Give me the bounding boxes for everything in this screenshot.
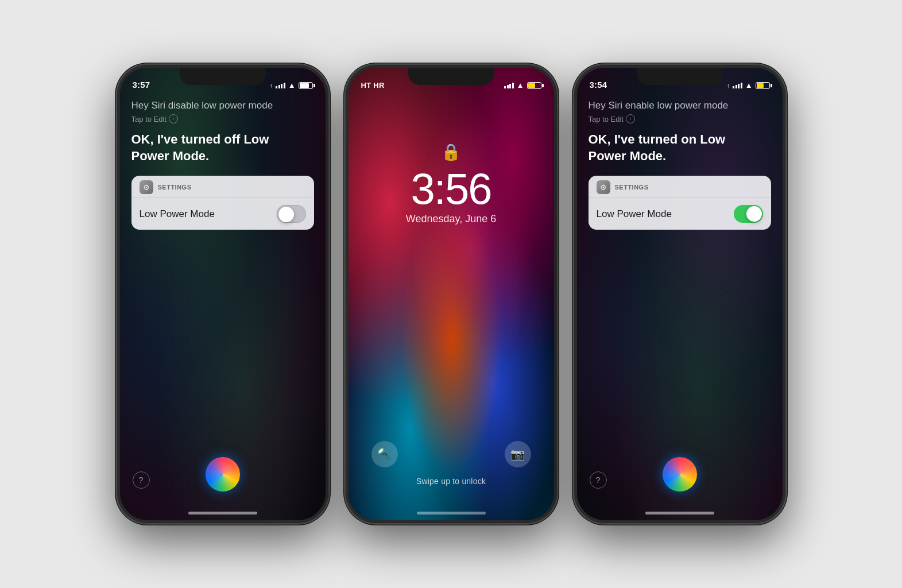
wifi-icon-left: ▲: [288, 81, 296, 90]
settings-gear-icon-right: ⚙: [597, 180, 610, 194]
settings-row-right: Low Power Mode: [589, 198, 771, 230]
notch-right: [637, 68, 723, 85]
home-indicator-right: [645, 512, 714, 514]
iphone-right: 3:54 ↑ ▲: [574, 64, 786, 524]
tap-to-edit-arrow-right: ›: [626, 114, 635, 123]
status-icons-center: ▲: [504, 81, 541, 90]
siri-orb-container-left: [206, 457, 240, 492]
low-power-toggle-left[interactable]: [277, 205, 306, 223]
signal-bars-right: [733, 83, 742, 88]
settings-label-left: SETTINGS: [158, 184, 192, 191]
location-arrow-icon: ↑: [270, 82, 273, 89]
settings-card-left: ⚙ SETTINGS Low Power Mode: [131, 176, 314, 230]
siri-orb-container-right: [663, 457, 697, 492]
signal-bars-left: [276, 83, 285, 88]
settings-card-right: ⚙ SETTINGS Low Power Mode: [589, 176, 771, 230]
lock-bottom: 🔦 📷 Swipe up to unlock: [349, 441, 554, 520]
status-time-right: 3:54: [590, 80, 607, 90]
lock-icon: 🔒: [441, 142, 461, 161]
lock-controls: 🔦 📷: [349, 441, 554, 467]
tap-to-edit-right[interactable]: Tap to Edit ›: [589, 114, 771, 123]
home-indicator-center: [417, 512, 486, 514]
screen-left: 3:57 ↑ ▲: [120, 68, 326, 520]
siri-orb-left: [206, 457, 240, 492]
battery-left: [299, 82, 313, 89]
low-power-mode-label-left: Low Power Mode: [140, 208, 215, 220]
tap-to-edit-arrow-left: ›: [169, 114, 178, 123]
location-arrow-icon-right: ↑: [727, 82, 730, 89]
camera-icon: 📷: [510, 447, 525, 461]
battery-center: [527, 82, 541, 89]
lock-time: 3:56: [411, 167, 491, 211]
siri-query-left: Hey Siri disable low power mode: [131, 99, 314, 112]
tap-to-edit-left[interactable]: Tap to Edit ›: [131, 114, 314, 123]
iphone-left: 3:57 ↑ ▲: [117, 64, 329, 524]
question-icon-left: ?: [139, 475, 144, 485]
flashlight-icon: 🔦: [377, 447, 392, 461]
toggle-knob-left: [278, 207, 294, 222]
settings-header-right: ⚙ SETTINGS: [589, 176, 771, 198]
home-indicator-left: [188, 512, 257, 514]
status-time-left: 3:57: [133, 80, 150, 90]
siri-response-right: OK, I've turned on LowPower Mode.: [589, 131, 771, 164]
help-button-left[interactable]: ?: [133, 471, 150, 489]
iphone-center: HT HR ▲: [345, 64, 558, 524]
signal-bars-center: [504, 83, 514, 88]
battery-right: [756, 82, 770, 89]
status-icons-right: ↑ ▲: [727, 81, 770, 90]
settings-row-left: Low Power Mode: [131, 198, 314, 230]
status-icons-left: ↑ ▲: [270, 81, 313, 90]
wifi-icon-center: ▲: [517, 81, 524, 90]
toggle-knob-right: [746, 206, 762, 222]
screen-right: 3:54 ↑ ▲: [577, 68, 783, 520]
low-power-toggle-right[interactable]: [734, 205, 763, 223]
tap-to-edit-text-left: Tap to Edit: [131, 115, 167, 123]
lock-date: Wednesday, June 6: [406, 213, 496, 225]
status-time-center: HT HR: [361, 81, 385, 90]
settings-header-left: ⚙ SETTINGS: [131, 176, 314, 198]
siri-query-right: Hey Siri enable low power mode: [589, 99, 771, 112]
tap-to-edit-text-right: Tap to Edit: [589, 115, 624, 123]
settings-label-right: SETTINGS: [615, 184, 649, 191]
lockscreen-content: 🔒 3:56 Wednesday, June 6 🔦 📷 Swipe u: [349, 68, 554, 520]
screen-center: HT HR ▲: [349, 68, 554, 520]
siri-content-left: Hey Siri disable low power mode Tap to E…: [131, 99, 314, 230]
flashlight-button[interactable]: 🔦: [371, 441, 398, 467]
notch-left: [180, 68, 266, 85]
low-power-mode-label-right: Low Power Mode: [597, 208, 672, 220]
siri-content-right: Hey Siri enable low power mode Tap to Ed…: [589, 99, 771, 230]
siri-orb-right: [663, 457, 697, 492]
camera-button[interactable]: 📷: [505, 441, 531, 467]
settings-gear-icon-left: ⚙: [140, 180, 153, 194]
siri-response-left: OK, I've turned off LowPower Mode.: [131, 131, 314, 164]
swipe-text: Swipe up to unlock: [416, 477, 486, 486]
wifi-icon-right: ▲: [745, 81, 753, 90]
question-icon-right: ?: [596, 475, 601, 485]
help-button-right[interactable]: ?: [590, 471, 607, 489]
notch-center: [408, 68, 494, 85]
